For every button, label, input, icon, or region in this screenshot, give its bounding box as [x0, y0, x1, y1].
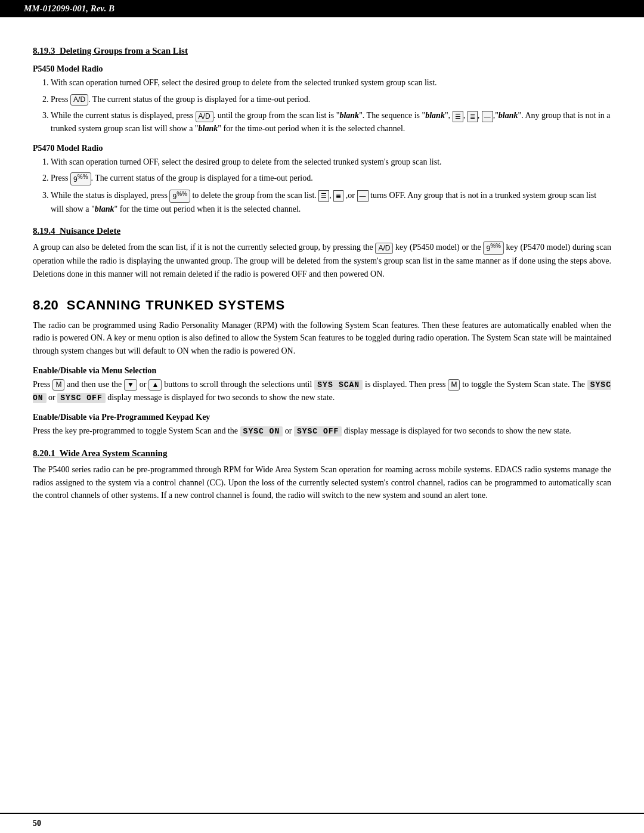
blank-2: blank: [425, 111, 445, 120]
section-8-20-1-num: 8.20.1: [33, 448, 55, 458]
p5470-heading: P5470 Model Radio: [33, 144, 611, 153]
m-key-1: M: [52, 379, 64, 391]
sysc-off-display-1: SYSC OFF: [57, 393, 105, 403]
blank-4: blank: [199, 124, 218, 133]
enable-keypad-heading: Enable/Disable via Pre-Programmed Keypad…: [33, 413, 611, 422]
page: MM-012099-001, Rev. B 8.19.3 Deleting Gr…: [0, 0, 644, 833]
up-key: ▲: [148, 379, 162, 391]
blank-3: blank: [499, 111, 518, 120]
footer: 50: [0, 813, 644, 833]
section-8-20: 8.20 SCANNING TRUNKED SYSTEMS The radio …: [33, 298, 611, 503]
m-key-2: M: [448, 379, 460, 391]
section-8-19-3: 8.19.3 Deleting Groups from a Scan List …: [33, 46, 611, 215]
enable-keypad-body: Press the key pre-programmed to toggle S…: [33, 425, 611, 438]
section-8-20-num: 8.20: [33, 298, 58, 313]
bars-3-icon: ☰: [453, 111, 463, 122]
9pct-key-3: 9%%: [483, 241, 503, 255]
down-key: ▼: [124, 379, 137, 391]
9pct-key-1: 9%%: [70, 172, 91, 185]
p5470-step-2: Press 9%%. The current status of the gro…: [51, 172, 611, 185]
section-8-19-3-num: 8.19.3: [33, 46, 55, 55]
section-8-20-1-title: 8.20.1 Wide Area System Scanning: [33, 448, 611, 459]
section-8-20-header: 8.20 SCANNING TRUNKED SYSTEMS: [33, 298, 611, 313]
section-8-19-3-heading: Deleting Groups from a Scan List: [60, 46, 188, 55]
section-8-20-1-heading: Wide Area System Scanning: [60, 448, 168, 458]
section-8-19-4-heading: Nuisance Delete: [60, 226, 120, 236]
p5470-step-3: While the status is displayed, press 9%%…: [51, 189, 611, 215]
header-label: MM-012099-001, Rev. B: [24, 4, 114, 14]
ad-key-1: A/D: [70, 94, 88, 106]
bars-1b-icon: —: [357, 190, 369, 202]
section-8-20-title: SCANNING TRUNKED SYSTEMS: [67, 298, 285, 313]
bars-1-icon: —: [482, 111, 493, 122]
bars-3b-icon: ☰: [318, 190, 329, 202]
ad-key-2: A/D: [196, 111, 213, 122]
section-8-19-4-title: 8.19.4 Nuisance Delete: [33, 226, 611, 236]
p5470-steps-list: With scan operation turned OFF, select t…: [51, 156, 611, 216]
p5450-steps-list: With scan operation turned OFF, select t…: [51, 76, 611, 135]
section-8-20-1-body: The P5400 series radio can be pre-progra…: [33, 463, 611, 502]
9pct-key-2: 9%%: [169, 190, 190, 203]
sys-scan-display: SYS SCAN: [314, 380, 363, 390]
blank-5: blank: [95, 205, 114, 213]
p5450-step-2: Press A/D. The current status of the gro…: [51, 93, 611, 106]
enable-menu-heading: Enable/Disable via Menu Selection: [33, 366, 611, 376]
ad-key-3: A/D: [375, 243, 393, 254]
sysc-off-display-2: SYSC OFF: [294, 426, 342, 436]
bars-2b-icon: ≣: [333, 190, 343, 202]
sysc-on-display-2: SYSC ON: [240, 426, 283, 436]
p5450-step-3: While the current status is displayed, p…: [51, 109, 611, 135]
page-number: 50: [33, 819, 41, 828]
section-8-20-1: 8.20.1 Wide Area System Scanning The P54…: [33, 448, 611, 502]
nuisance-delete-body: A group can also be deleted from the sca…: [33, 241, 611, 280]
p5450-heading: P5450 Model Radio: [33, 64, 611, 74]
enable-menu-body: Press M and then use the ▼ or ▲ buttons …: [33, 378, 611, 404]
p5450-step-1: With scan operation turned OFF, select t…: [51, 76, 611, 89]
blank-1: blank: [339, 111, 359, 120]
bars-2-icon: ≣: [467, 111, 478, 122]
p5470-step-1: With scan operation turned OFF, select t…: [51, 156, 611, 169]
section-8-19-4: 8.19.4 Nuisance Delete A group can also …: [33, 226, 611, 280]
section-8-20-intro: The radio can be programmed using Radio …: [33, 319, 611, 358]
header-bar: MM-012099-001, Rev. B: [0, 0, 644, 17]
section-8-19-3-title: 8.19.3 Deleting Groups from a Scan List: [33, 46, 611, 56]
content-area: 8.19.3 Deleting Groups from a Scan List …: [0, 17, 644, 813]
section-8-19-4-num: 8.19.4: [33, 226, 55, 236]
